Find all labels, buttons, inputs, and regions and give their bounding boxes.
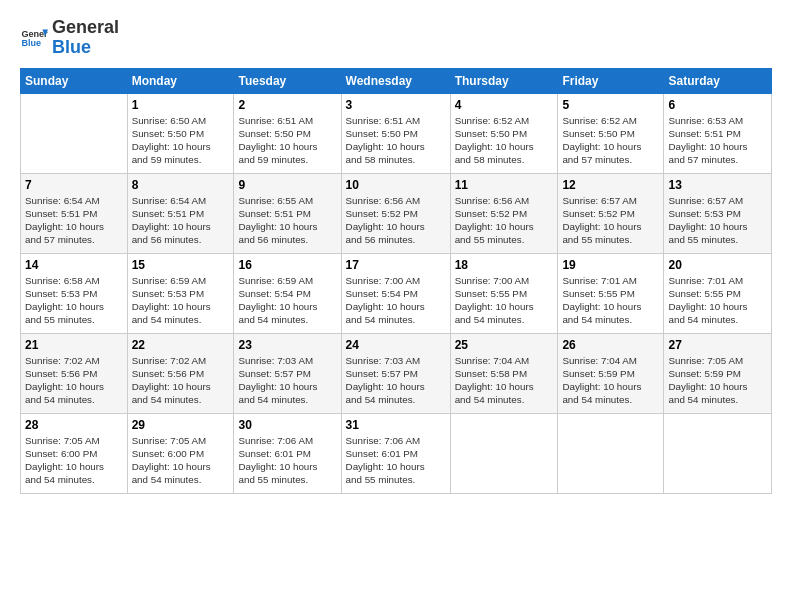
calendar-cell: 10Sunrise: 6:56 AM Sunset: 5:52 PM Dayli… — [341, 173, 450, 253]
weekday-header-sunday: Sunday — [21, 68, 128, 93]
calendar-cell: 8Sunrise: 6:54 AM Sunset: 5:51 PM Daylig… — [127, 173, 234, 253]
calendar-cell: 24Sunrise: 7:03 AM Sunset: 5:57 PM Dayli… — [341, 333, 450, 413]
day-info: Sunrise: 7:01 AM Sunset: 5:55 PM Dayligh… — [668, 274, 767, 327]
day-number: 23 — [238, 338, 336, 352]
logo-icon: General Blue — [20, 24, 48, 52]
day-number: 2 — [238, 98, 336, 112]
day-number: 27 — [668, 338, 767, 352]
day-number: 6 — [668, 98, 767, 112]
day-info: Sunrise: 6:51 AM Sunset: 5:50 PM Dayligh… — [238, 114, 336, 167]
day-info: Sunrise: 6:52 AM Sunset: 5:50 PM Dayligh… — [455, 114, 554, 167]
calendar-cell: 3Sunrise: 6:51 AM Sunset: 5:50 PM Daylig… — [341, 93, 450, 173]
day-info: Sunrise: 7:02 AM Sunset: 5:56 PM Dayligh… — [25, 354, 123, 407]
weekday-header-tuesday: Tuesday — [234, 68, 341, 93]
day-number: 4 — [455, 98, 554, 112]
day-number: 24 — [346, 338, 446, 352]
day-number: 3 — [346, 98, 446, 112]
day-number: 30 — [238, 418, 336, 432]
day-info: Sunrise: 6:57 AM Sunset: 5:53 PM Dayligh… — [668, 194, 767, 247]
calendar-table: SundayMondayTuesdayWednesdayThursdayFrid… — [20, 68, 772, 494]
calendar-cell: 7Sunrise: 6:54 AM Sunset: 5:51 PM Daylig… — [21, 173, 128, 253]
day-number: 1 — [132, 98, 230, 112]
day-number: 19 — [562, 258, 659, 272]
day-number: 15 — [132, 258, 230, 272]
calendar-cell: 1Sunrise: 6:50 AM Sunset: 5:50 PM Daylig… — [127, 93, 234, 173]
day-number: 17 — [346, 258, 446, 272]
calendar-row-2: 7Sunrise: 6:54 AM Sunset: 5:51 PM Daylig… — [21, 173, 772, 253]
calendar-cell: 6Sunrise: 6:53 AM Sunset: 5:51 PM Daylig… — [664, 93, 772, 173]
page: General Blue General Blue SundayMondayTu… — [0, 0, 792, 612]
day-info: Sunrise: 6:50 AM Sunset: 5:50 PM Dayligh… — [132, 114, 230, 167]
calendar-cell: 26Sunrise: 7:04 AM Sunset: 5:59 PM Dayli… — [558, 333, 664, 413]
calendar-cell: 22Sunrise: 7:02 AM Sunset: 5:56 PM Dayli… — [127, 333, 234, 413]
day-info: Sunrise: 6:53 AM Sunset: 5:51 PM Dayligh… — [668, 114, 767, 167]
calendar-cell: 19Sunrise: 7:01 AM Sunset: 5:55 PM Dayli… — [558, 253, 664, 333]
day-number: 12 — [562, 178, 659, 192]
calendar-cell: 14Sunrise: 6:58 AM Sunset: 5:53 PM Dayli… — [21, 253, 128, 333]
calendar-cell: 13Sunrise: 6:57 AM Sunset: 5:53 PM Dayli… — [664, 173, 772, 253]
calendar-cell: 17Sunrise: 7:00 AM Sunset: 5:54 PM Dayli… — [341, 253, 450, 333]
day-number: 13 — [668, 178, 767, 192]
calendar-cell: 18Sunrise: 7:00 AM Sunset: 5:55 PM Dayli… — [450, 253, 558, 333]
day-info: Sunrise: 7:05 AM Sunset: 6:00 PM Dayligh… — [25, 434, 123, 487]
calendar-cell: 11Sunrise: 6:56 AM Sunset: 5:52 PM Dayli… — [450, 173, 558, 253]
calendar-cell — [21, 93, 128, 173]
calendar-cell: 31Sunrise: 7:06 AM Sunset: 6:01 PM Dayli… — [341, 413, 450, 493]
calendar-cell: 5Sunrise: 6:52 AM Sunset: 5:50 PM Daylig… — [558, 93, 664, 173]
day-info: Sunrise: 6:54 AM Sunset: 5:51 PM Dayligh… — [25, 194, 123, 247]
calendar-cell: 28Sunrise: 7:05 AM Sunset: 6:00 PM Dayli… — [21, 413, 128, 493]
day-number: 29 — [132, 418, 230, 432]
day-number: 9 — [238, 178, 336, 192]
day-number: 16 — [238, 258, 336, 272]
weekday-header-monday: Monday — [127, 68, 234, 93]
calendar-cell: 23Sunrise: 7:03 AM Sunset: 5:57 PM Dayli… — [234, 333, 341, 413]
calendar-cell — [558, 413, 664, 493]
day-info: Sunrise: 6:51 AM Sunset: 5:50 PM Dayligh… — [346, 114, 446, 167]
logo: General Blue General Blue — [20, 18, 119, 58]
day-info: Sunrise: 6:59 AM Sunset: 5:53 PM Dayligh… — [132, 274, 230, 327]
header: General Blue General Blue — [20, 18, 772, 58]
calendar-row-5: 28Sunrise: 7:05 AM Sunset: 6:00 PM Dayli… — [21, 413, 772, 493]
day-number: 31 — [346, 418, 446, 432]
weekday-header-row: SundayMondayTuesdayWednesdayThursdayFrid… — [21, 68, 772, 93]
day-number: 21 — [25, 338, 123, 352]
day-info: Sunrise: 7:01 AM Sunset: 5:55 PM Dayligh… — [562, 274, 659, 327]
calendar-cell: 27Sunrise: 7:05 AM Sunset: 5:59 PM Dayli… — [664, 333, 772, 413]
calendar-cell — [664, 413, 772, 493]
weekday-header-friday: Friday — [558, 68, 664, 93]
day-info: Sunrise: 6:59 AM Sunset: 5:54 PM Dayligh… — [238, 274, 336, 327]
calendar-cell: 12Sunrise: 6:57 AM Sunset: 5:52 PM Dayli… — [558, 173, 664, 253]
day-info: Sunrise: 6:52 AM Sunset: 5:50 PM Dayligh… — [562, 114, 659, 167]
day-number: 7 — [25, 178, 123, 192]
calendar-cell: 25Sunrise: 7:04 AM Sunset: 5:58 PM Dayli… — [450, 333, 558, 413]
day-number: 28 — [25, 418, 123, 432]
day-info: Sunrise: 6:58 AM Sunset: 5:53 PM Dayligh… — [25, 274, 123, 327]
day-info: Sunrise: 6:57 AM Sunset: 5:52 PM Dayligh… — [562, 194, 659, 247]
day-info: Sunrise: 6:56 AM Sunset: 5:52 PM Dayligh… — [455, 194, 554, 247]
day-number: 26 — [562, 338, 659, 352]
day-info: Sunrise: 6:54 AM Sunset: 5:51 PM Dayligh… — [132, 194, 230, 247]
day-number: 22 — [132, 338, 230, 352]
calendar-cell: 30Sunrise: 7:06 AM Sunset: 6:01 PM Dayli… — [234, 413, 341, 493]
calendar-cell — [450, 413, 558, 493]
day-number: 18 — [455, 258, 554, 272]
day-info: Sunrise: 7:06 AM Sunset: 6:01 PM Dayligh… — [346, 434, 446, 487]
day-number: 14 — [25, 258, 123, 272]
day-number: 8 — [132, 178, 230, 192]
weekday-header-thursday: Thursday — [450, 68, 558, 93]
day-info: Sunrise: 7:00 AM Sunset: 5:54 PM Dayligh… — [346, 274, 446, 327]
weekday-header-saturday: Saturday — [664, 68, 772, 93]
calendar-cell: 16Sunrise: 6:59 AM Sunset: 5:54 PM Dayli… — [234, 253, 341, 333]
calendar-cell: 9Sunrise: 6:55 AM Sunset: 5:51 PM Daylig… — [234, 173, 341, 253]
day-info: Sunrise: 7:02 AM Sunset: 5:56 PM Dayligh… — [132, 354, 230, 407]
calendar-cell: 15Sunrise: 6:59 AM Sunset: 5:53 PM Dayli… — [127, 253, 234, 333]
day-info: Sunrise: 7:03 AM Sunset: 5:57 PM Dayligh… — [346, 354, 446, 407]
calendar-cell: 20Sunrise: 7:01 AM Sunset: 5:55 PM Dayli… — [664, 253, 772, 333]
day-info: Sunrise: 7:04 AM Sunset: 5:58 PM Dayligh… — [455, 354, 554, 407]
day-number: 10 — [346, 178, 446, 192]
day-info: Sunrise: 6:55 AM Sunset: 5:51 PM Dayligh… — [238, 194, 336, 247]
day-info: Sunrise: 7:03 AM Sunset: 5:57 PM Dayligh… — [238, 354, 336, 407]
calendar-row-1: 1Sunrise: 6:50 AM Sunset: 5:50 PM Daylig… — [21, 93, 772, 173]
svg-text:Blue: Blue — [21, 38, 41, 48]
calendar-cell: 21Sunrise: 7:02 AM Sunset: 5:56 PM Dayli… — [21, 333, 128, 413]
